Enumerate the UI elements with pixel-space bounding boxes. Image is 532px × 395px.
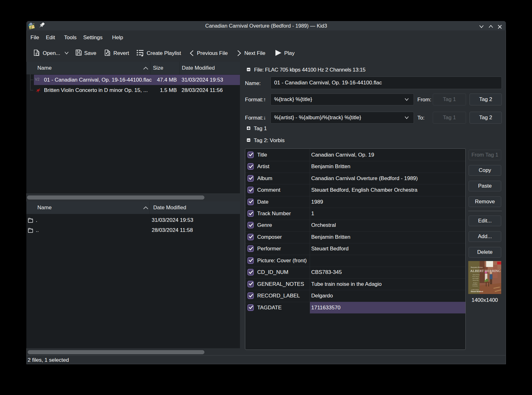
svg-text:Sheila Rex: Sheila Rex — [473, 280, 479, 281]
svg-text:Sylvia Fisher: Sylvia Fisher — [473, 274, 480, 275]
svg-text:Benjamin Britten: Benjamin Britten — [471, 266, 483, 268]
svg-text:Peter Pears: Peter Pears — [472, 276, 479, 277]
svg-text:John Noble: John Noble — [472, 278, 479, 279]
svg-text:ALBERT HERRING: ALBERT HERRING — [470, 269, 501, 273]
svg-text:Orchestra: Orchestra — [472, 285, 478, 287]
svg-text:Steuart Bedford: Steuart Bedford — [471, 291, 483, 292]
